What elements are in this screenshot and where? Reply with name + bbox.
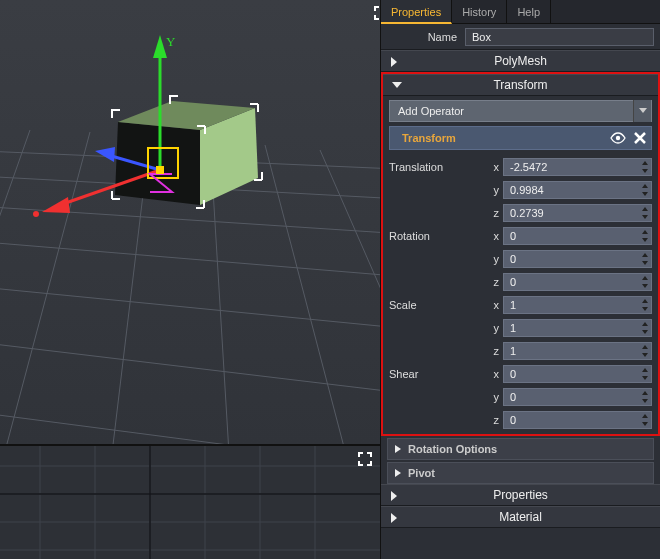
tab-help[interactable]: Help bbox=[507, 0, 551, 24]
svg-marker-17 bbox=[153, 35, 167, 58]
properties-panel: Properties History Help Name PolyMesh Tr… bbox=[380, 0, 660, 559]
svg-line-4 bbox=[0, 285, 380, 330]
eye-icon[interactable] bbox=[607, 127, 629, 149]
cube-object bbox=[112, 96, 262, 208]
section-label: Rotation Options bbox=[408, 443, 497, 455]
rotation-label: Rotation bbox=[389, 230, 489, 242]
section-label: Pivot bbox=[408, 467, 435, 479]
svg-line-3 bbox=[0, 240, 380, 278]
section-label: Material bbox=[499, 510, 542, 524]
spinner-arrows[interactable] bbox=[639, 274, 651, 290]
spinner-arrows[interactable] bbox=[639, 228, 651, 244]
spinner-arrows[interactable] bbox=[639, 205, 651, 221]
spinner-arrows[interactable] bbox=[639, 389, 651, 405]
section-pivot[interactable]: Pivot bbox=[387, 462, 654, 484]
section-polymesh[interactable]: PolyMesh bbox=[381, 50, 660, 72]
3d-viewport[interactable]: Y bbox=[0, 0, 380, 444]
svg-rect-26 bbox=[0, 446, 380, 559]
axis-x-label: x bbox=[489, 161, 503, 173]
operator-transform-row[interactable]: Transform bbox=[389, 126, 652, 150]
svg-line-8 bbox=[0, 132, 90, 444]
svg-point-21 bbox=[33, 211, 39, 217]
chevron-right-icon bbox=[389, 490, 399, 502]
spinner-arrows[interactable] bbox=[639, 159, 651, 175]
tab-properties[interactable]: Properties bbox=[381, 0, 452, 24]
add-operator-dropdown[interactable]: Add Operator bbox=[389, 100, 652, 122]
section-label: PolyMesh bbox=[494, 54, 547, 68]
svg-rect-25 bbox=[156, 166, 164, 174]
spinner-arrows[interactable] bbox=[639, 366, 651, 382]
chevron-right-icon bbox=[389, 512, 399, 524]
spinner-arrows[interactable] bbox=[639, 182, 651, 198]
add-operator-label: Add Operator bbox=[390, 105, 633, 117]
ortho-grid bbox=[0, 446, 380, 559]
rotation-y-input[interactable] bbox=[503, 250, 652, 268]
shear-z-input[interactable] bbox=[503, 411, 652, 429]
translation-z-input[interactable] bbox=[503, 204, 652, 222]
translation-y-input[interactable] bbox=[503, 181, 652, 199]
close-icon[interactable] bbox=[629, 127, 651, 149]
name-input[interactable] bbox=[465, 28, 654, 46]
section-properties[interactable]: Properties bbox=[381, 484, 660, 506]
section-rotation-options[interactable]: Rotation Options bbox=[387, 438, 654, 460]
svg-text:Y: Y bbox=[166, 34, 176, 49]
scale-z-input[interactable] bbox=[503, 342, 652, 360]
transform-section-highlight: Transform Add Operator Transform bbox=[381, 72, 660, 436]
spinner-arrows[interactable] bbox=[639, 320, 651, 336]
shear-x-input[interactable] bbox=[503, 365, 652, 383]
svg-line-6 bbox=[0, 410, 380, 444]
svg-line-12 bbox=[320, 150, 380, 444]
section-label: Transform bbox=[493, 78, 547, 92]
shear-y-input[interactable] bbox=[503, 388, 652, 406]
shear-label: Shear bbox=[389, 368, 489, 380]
translation-x-input[interactable] bbox=[503, 158, 652, 176]
spinner-arrows[interactable] bbox=[639, 412, 651, 428]
viewport-scene: Y bbox=[0, 0, 380, 444]
section-material[interactable]: Material bbox=[381, 506, 660, 528]
rotation-x-input[interactable] bbox=[503, 227, 652, 245]
axis-z-label: z bbox=[489, 207, 503, 219]
svg-point-39 bbox=[616, 136, 620, 140]
svg-marker-20 bbox=[42, 197, 70, 213]
chevron-down-icon bbox=[391, 80, 403, 90]
secondary-viewport[interactable] bbox=[0, 444, 380, 559]
rotation-z-input[interactable] bbox=[503, 273, 652, 291]
fullscreen-icon[interactable] bbox=[358, 452, 372, 468]
section-label: Properties bbox=[493, 488, 548, 502]
spinner-arrows[interactable] bbox=[639, 343, 651, 359]
scale-x-input[interactable] bbox=[503, 296, 652, 314]
name-label: Name bbox=[381, 31, 465, 43]
section-transform[interactable]: Transform bbox=[383, 74, 658, 96]
spinner-arrows[interactable] bbox=[639, 251, 651, 267]
scale-y-input[interactable] bbox=[503, 319, 652, 337]
axis-y-label: y bbox=[489, 184, 503, 196]
chevron-down-icon bbox=[633, 100, 651, 122]
scale-label: Scale bbox=[389, 299, 489, 311]
operator-transform-label: Transform bbox=[390, 132, 607, 144]
chevron-right-icon bbox=[394, 468, 402, 478]
chevron-right-icon bbox=[389, 56, 399, 68]
tab-history[interactable]: History bbox=[452, 0, 507, 24]
chevron-right-icon bbox=[394, 444, 402, 454]
svg-marker-23 bbox=[95, 147, 115, 162]
translation-label: Translation bbox=[389, 161, 489, 173]
spinner-arrows[interactable] bbox=[639, 297, 651, 313]
